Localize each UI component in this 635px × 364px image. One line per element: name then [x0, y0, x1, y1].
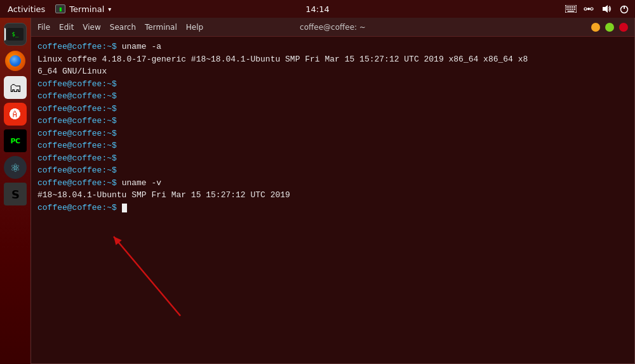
activities-button[interactable]: Activities [5, 3, 48, 15]
menu-view[interactable]: View [83, 23, 100, 32]
terminal-titlebar: File Edit View Search Terminal Help coff… [31, 18, 634, 37]
maximize-button[interactable] [605, 23, 614, 32]
output-2: 6_64 GNU/Linux [37, 67, 107, 76]
prompt-11: coffee@coffee:~$ [37, 166, 117, 175]
top-bar-clock: 14:14 [305, 4, 329, 14]
dock-item-atom[interactable]: ⚛ [4, 156, 27, 179]
main-layout: $_ 🗂 🅐 PC ⚛ 𝗦 [0, 18, 635, 364]
terminal-window: File Edit View Search Terminal Help coff… [30, 18, 635, 364]
prompt-6: coffee@coffee:~$ [37, 104, 117, 114]
minimize-button[interactable] [591, 23, 600, 32]
network-icon [583, 3, 594, 15]
terminal-menu-bar: File Edit View Search Terminal Help [37, 23, 203, 32]
terminal-line-2: Linux coffee 4.18.0-17-generic #18~18.04… [37, 53, 628, 66]
power-icon[interactable] [618, 3, 630, 15]
menu-file[interactable]: File [37, 23, 50, 32]
cursor [122, 204, 127, 212]
firefox-icon [5, 51, 25, 71]
svg-point-14 [591, 8, 593, 10]
dock-item-terminal[interactable]: $_ [4, 23, 27, 46]
firefox-inner-icon [10, 55, 21, 67]
files-icon: 🗂 [9, 80, 22, 95]
dock-item-sublime[interactable]: 𝗦 [4, 183, 27, 205]
terminal-menu-button[interactable]: ▮ Terminal ▾ [55, 4, 111, 14]
top-bar-left: Activities ▮ Terminal ▾ [5, 3, 111, 15]
prompt-last: coffee@coffee:~$ [37, 203, 117, 212]
terminal-content[interactable]: coffee@coffee:~$ uname -a Linux coffee 4… [31, 37, 634, 218]
terminal-line-9: coffee@coffee:~$ [37, 140, 628, 152]
terminal-line-1: coffee@coffee:~$ uname -a [37, 41, 628, 53]
appstore-icon: 🅐 [10, 108, 21, 121]
terminal-prompt-icon: $_ [12, 31, 19, 37]
prompt-5: coffee@coffee:~$ [37, 91, 117, 101]
atom-icon: ⚛ [10, 161, 20, 174]
prompt-9: coffee@coffee:~$ [37, 141, 117, 150]
terminal-line-12: coffee@coffee:~$ uname -v [37, 177, 628, 190]
terminal-line-14[interactable]: coffee@coffee:~$ [37, 202, 628, 214]
pycharm-icon: PC [10, 137, 20, 145]
menu-edit[interactable]: Edit [59, 23, 74, 32]
cmd-1: uname -a [122, 42, 161, 51]
menu-search[interactable]: Search [110, 23, 136, 32]
menu-help[interactable]: Help [186, 23, 203, 32]
svg-rect-1 [566, 6, 568, 8]
svg-rect-7 [568, 9, 570, 10]
prompt-8: coffee@coffee:~$ [37, 129, 117, 138]
prompt-7: coffee@coffee:~$ [37, 116, 117, 126]
terminal-line-13: #18~18.04.1-Ubuntu SMP Fri Mar 15 15:27:… [37, 189, 628, 202]
sound-icon [601, 3, 612, 15]
svg-rect-10 [574, 9, 575, 10]
svg-rect-6 [566, 9, 568, 10]
terminal-line-7: coffee@coffee:~$ [37, 115, 628, 127]
top-bar: Activities ▮ Terminal ▾ 14:14 [0, 0, 635, 18]
terminal-line-6: coffee@coffee:~$ [37, 103, 628, 115]
svg-rect-3 [570, 6, 572, 8]
cmd-2: uname -v [122, 178, 161, 188]
terminal-line-11: coffee@coffee:~$ [37, 164, 628, 177]
svg-rect-9 [572, 9, 573, 10]
close-button[interactable] [619, 23, 628, 32]
prompt-4: coffee@coffee:~$ [37, 79, 117, 89]
dock-item-appstore[interactable]: 🅐 [4, 103, 27, 126]
terminal-line-10: coffee@coffee:~$ [37, 152, 628, 165]
terminal-app-icon: ▮ [55, 4, 65, 13]
keyboard-icon [565, 3, 577, 15]
dock-item-firefox[interactable] [4, 49, 27, 72]
terminal-controls [591, 23, 628, 32]
svg-point-12 [587, 8, 590, 10]
terminal-title: coffee@coffee: ~ [300, 23, 366, 32]
dock-item-pycharm[interactable]: PC [4, 129, 27, 152]
svg-rect-2 [568, 6, 570, 8]
sublime-icon: 𝗦 [11, 188, 20, 201]
dock-item-files[interactable]: 🗂 [4, 76, 27, 99]
svg-rect-11 [568, 11, 575, 12]
svg-rect-8 [570, 9, 572, 10]
terminal-body[interactable]: coffee@coffee:~$ uname -a Linux coffee 4… [31, 37, 634, 363]
prompt-12: coffee@coffee:~$ [37, 178, 117, 188]
dock: $_ 🗂 🅐 PC ⚛ 𝗦 [0, 18, 30, 364]
terminal-line-5: coffee@coffee:~$ [37, 90, 628, 103]
prompt-10: coffee@coffee:~$ [37, 153, 117, 163]
terminal-menu-arrow: ▾ [108, 6, 111, 13]
terminal-menu-label: Terminal [69, 4, 104, 14]
top-bar-right [565, 3, 630, 15]
prompt-1: coffee@coffee:~$ [37, 42, 117, 51]
svg-rect-4 [572, 6, 573, 8]
terminal-line-4: coffee@coffee:~$ [37, 78, 628, 91]
terminal-app-icon-dock: $_ [7, 28, 23, 41]
menu-terminal[interactable]: Terminal [145, 23, 177, 32]
svg-point-13 [584, 8, 587, 10]
svg-marker-17 [603, 5, 608, 13]
terminal-line-8: coffee@coffee:~$ [37, 127, 628, 140]
terminal-line-3: 6_64 GNU/Linux [37, 65, 628, 78]
output-1: Linux coffee 4.18.0-17-generic #18~18.04… [37, 55, 528, 64]
svg-rect-5 [574, 6, 575, 8]
output-3: #18~18.04.1-Ubuntu SMP Fri Mar 15 15:27:… [37, 190, 290, 200]
